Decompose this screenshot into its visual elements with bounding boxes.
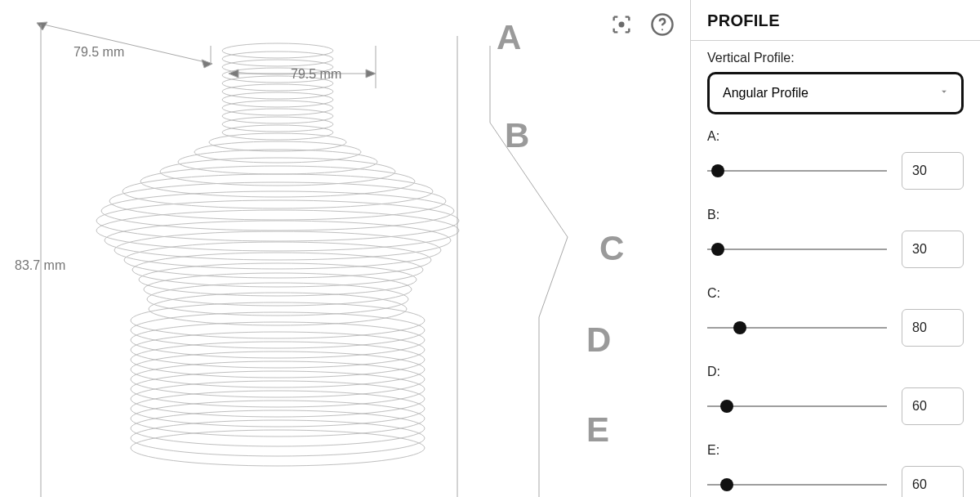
svg-marker-44	[37, 22, 47, 30]
svg-point-32	[131, 332, 425, 368]
svg-line-43	[37, 23, 212, 64]
dimension-top-outer: 79.5 mm	[74, 45, 124, 60]
svg-point-27	[147, 283, 408, 316]
slider-d[interactable]	[707, 398, 887, 414]
segment-letter-b: B	[505, 116, 529, 155]
svg-point-29	[131, 302, 425, 338]
svg-point-30	[131, 312, 425, 348]
panel-title: PROFILE	[691, 0, 980, 40]
svg-point-13	[178, 150, 377, 174]
dimension-top-inner: 79.5 mm	[291, 67, 341, 82]
svg-point-35	[131, 361, 425, 397]
slider-b-label: B:	[707, 208, 964, 222]
svg-point-14	[160, 158, 395, 186]
canvas-area[interactable]: 79.5 mm 79.5 mm 83.7 mm A B C D E	[0, 0, 690, 497]
slider-a-value[interactable]: 30	[902, 152, 964, 190]
svg-point-25	[139, 263, 416, 296]
slider-e-knob[interactable]	[720, 478, 733, 491]
svg-marker-50	[366, 69, 376, 78]
panel-divider	[691, 40, 980, 41]
center-view-icon[interactable]	[607, 10, 636, 39]
svg-point-38	[131, 391, 425, 427]
help-icon[interactable]	[648, 10, 677, 39]
svg-point-39	[131, 401, 425, 437]
svg-point-33	[131, 342, 425, 378]
svg-point-21	[105, 221, 451, 260]
slider-e[interactable]	[707, 477, 887, 493]
svg-point-1	[222, 51, 333, 66]
vertical-profile-value: Angular Profile	[723, 86, 808, 101]
svg-point-36	[131, 371, 425, 407]
slider-c-label: C:	[707, 286, 964, 301]
vertical-profile-dropdown[interactable]: Angular Profile	[707, 72, 964, 114]
svg-point-37	[131, 381, 425, 417]
vertical-profile-label: Vertical Profile:	[707, 51, 964, 65]
slider-c-knob[interactable]	[733, 321, 746, 334]
svg-point-34	[131, 351, 425, 387]
slider-b[interactable]	[707, 241, 887, 257]
svg-point-9	[222, 117, 333, 132]
chevron-down-icon	[938, 86, 950, 101]
segment-letter-e: E	[586, 410, 609, 450]
slider-d-label: D:	[707, 365, 964, 379]
slider-b-knob[interactable]	[711, 243, 724, 256]
slider-d-knob[interactable]	[720, 400, 733, 413]
svg-point-17	[109, 182, 446, 220]
svg-point-5	[222, 84, 333, 99]
slider-c[interactable]	[707, 320, 887, 336]
svg-point-8	[222, 109, 333, 123]
svg-point-10	[222, 125, 333, 140]
slider-b-value[interactable]: 30	[902, 231, 964, 268]
svg-point-42	[131, 430, 425, 466]
slider-e-value[interactable]: 60	[902, 466, 964, 497]
svg-point-55	[662, 29, 663, 30]
svg-point-53	[619, 22, 625, 28]
slider-a-label: A:	[707, 129, 964, 144]
svg-point-40	[131, 410, 425, 446]
segment-letter-c: C	[599, 229, 624, 268]
svg-point-7	[222, 101, 333, 115]
segment-letter-a: A	[497, 18, 521, 57]
svg-point-0	[222, 43, 333, 58]
segment-letter-d: D	[586, 320, 611, 360]
svg-point-15	[140, 166, 415, 197]
slider-d-value[interactable]: 60	[902, 387, 964, 425]
slider-c-value[interactable]: 80	[902, 309, 964, 347]
slider-a[interactable]	[707, 163, 887, 179]
dimension-left: 83.7 mm	[15, 258, 65, 273]
svg-point-28	[149, 293, 407, 325]
slider-e-label: E:	[707, 443, 964, 458]
svg-point-11	[209, 133, 346, 151]
svg-point-6	[222, 92, 333, 107]
slider-a-knob[interactable]	[711, 164, 724, 177]
svg-point-24	[132, 253, 423, 287]
svg-point-31	[131, 322, 425, 358]
svg-point-41	[131, 420, 425, 456]
profile-panel: PROFILE Vertical Profile: Angular Profil…	[690, 0, 980, 497]
